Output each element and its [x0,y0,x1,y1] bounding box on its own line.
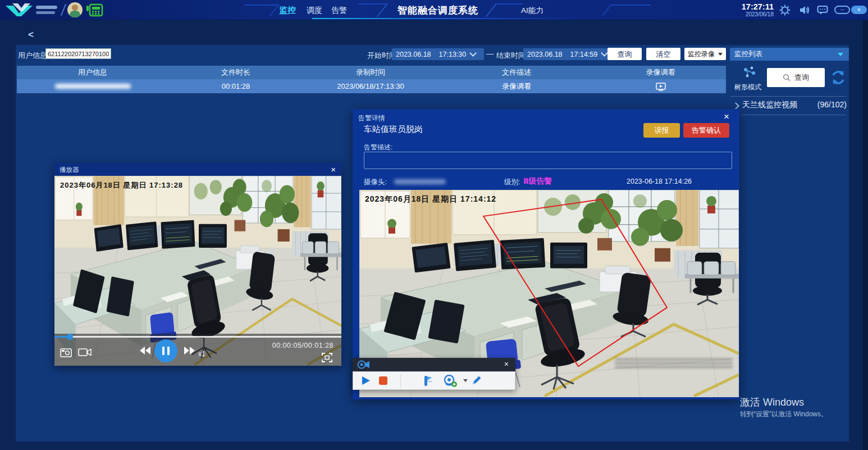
speaker-icon[interactable] [799,4,810,16]
false-alarm-button[interactable]: 误报 [643,123,680,138]
camera-icon [357,360,371,369]
chevron-down-icon [469,49,477,57]
view-recording-icon[interactable] [656,83,666,91]
col-duration: 文件时长 [168,67,303,78]
record-toolbar-window: × [353,358,515,390]
camera-label: 摄像头: [364,178,387,187]
toolbar-close-icon[interactable]: × [504,360,509,369]
search-icon [783,74,791,81]
end-date-value: 2023.06.18 [527,51,563,58]
chat-icon[interactable] [817,4,828,16]
speed-label[interactable]: x1 [198,350,205,358]
end-time-value: 17:14:59 [570,51,598,58]
sidebar-search-button[interactable]: 查询 [767,68,825,87]
tab-alarm[interactable]: 告警 [331,6,347,16]
app-title: 智能融合调度系统 [386,4,490,17]
intercom-icon[interactable] [85,3,106,17]
snapshot-icon[interactable] [60,347,72,357]
record-video-icon[interactable] [78,348,92,357]
player-video-frame[interactable]: 2023年06月18日 星期日 17:13:28 [54,176,341,366]
record-type-dropdown[interactable]: 监控录像 [684,48,726,60]
fast-forward-icon[interactable] [184,347,195,354]
end-time-picker[interactable]: 2023.06.18 17:14:59 [523,48,615,60]
record-toolbar-titlebar: × [353,358,515,371]
progress-track[interactable] [54,336,341,338]
back-button[interactable]: < [28,29,34,40]
clear-button[interactable]: 清空 [646,48,680,60]
webcam-add-icon[interactable] [443,374,458,388]
col-record-time: 录制时间 [303,67,438,78]
fullscreen-icon[interactable] [322,353,332,362]
cell-view [595,81,726,90]
clock-time: 17:27:11 [741,2,774,11]
tab-ai[interactable]: AI能力 [521,6,543,16]
clock-date: 2023/06/18 [735,11,774,17]
blurred-watermark [615,358,733,369]
sidebar-divider [730,96,846,97]
cell-description: 录像调看 [438,81,595,92]
table-row[interactable]: 00:01:28 2023/06/18/17:13:30 录像调看 [17,79,726,93]
pause-button[interactable] [154,339,177,362]
col-user-info: 用户信息 [17,67,168,78]
rewind-icon[interactable] [140,347,151,354]
table-header: 用户信息 文件时长 录制时间 文件描述 录像调看 [17,66,726,79]
windows-activate-subtext: 转到“设置”以激活 Windows。 [740,410,828,419]
tag-marker-icon[interactable] [423,375,433,387]
player-close-icon[interactable]: × [331,165,336,174]
monitor-list-header[interactable]: 监控列表 [730,48,849,61]
sidebar-divider [741,115,846,115]
col-description: 文件描述 [438,67,595,78]
alarm-confirm-button[interactable]: 告警确认 [683,123,729,138]
right-gutter [863,0,868,450]
level-value: Ⅱ级告警 [523,176,552,187]
caret-down-icon[interactable] [463,379,468,382]
caret-down-icon [838,53,843,56]
user-avatar[interactable] [67,2,83,17]
player-controls: x1 00:00:05/00:01:28 [54,334,341,366]
deco-line [349,3,389,17]
alarm-name: 车站值班员脱岗 [364,124,423,135]
windows-activate-text: 激活 Windows [740,396,804,409]
app-window: 监控 调度 告警 智能融合调度系统 AI能力 17:27:11 2023/06/… [0,0,868,450]
range-dash: — [486,49,494,58]
edit-pencil-icon[interactable] [471,375,482,386]
end-time-label: 结束时间 [496,51,526,61]
window-close-button[interactable]: × [851,6,867,14]
cell-user-blurred [17,82,168,90]
top-bar: 监控 调度 告警 智能融合调度系统 AI能力 17:27:11 2023/06/… [0,0,868,20]
user-info-label: 用户信息 [18,51,47,61]
tree-mode-icon[interactable] [742,66,757,80]
sidebar-item-count: (96/102) [800,100,847,109]
title-underline [312,18,582,19]
cell-record-time: 2023/06/18/17:13:30 [303,82,438,90]
deco-line [486,3,523,17]
camera-name-blurred [394,179,446,184]
player-title: 播放器 [60,166,79,174]
deco-line [602,4,651,16]
dialog-close-icon[interactable]: × [724,111,729,122]
user-info-input[interactable] [45,48,111,59]
play-button[interactable] [361,376,371,385]
sidebar-search-label: 查询 [794,72,809,83]
progress-handle[interactable] [67,334,73,340]
video-timestamp: 2023年06月18日 星期日 17:13:28 [60,180,183,190]
search-button[interactable]: 查询 [607,48,642,60]
play-time: 00:00:05/00:01:28 [272,342,334,349]
start-time-picker[interactable]: 2023.06.18 17:13:30 [392,48,484,60]
deco-line [236,4,280,16]
stop-button[interactable] [379,376,387,385]
player-window: 播放器 × 2023年06月18日 星期日 17:13:28 [54,163,341,366]
alarm-desc-input[interactable] [364,152,732,169]
brand-logo [4,2,61,17]
cell-duration: 00:01:28 [168,82,303,90]
record-type-value: 监控录像 [688,49,715,59]
minimize-button[interactable]: − [834,6,850,14]
tab-dispatch[interactable]: 调度 [307,6,322,16]
refresh-icon[interactable] [830,69,847,86]
settings-gear-icon[interactable] [779,4,791,16]
monitor-list-title: 监控列表 [734,49,762,59]
col-view: 录像调看 [595,67,726,78]
level-label: 级别: [504,178,520,187]
tab-monitor[interactable]: 监控 [279,5,296,16]
sidebar-item-line[interactable]: 天兰线监控视频 [742,100,797,110]
